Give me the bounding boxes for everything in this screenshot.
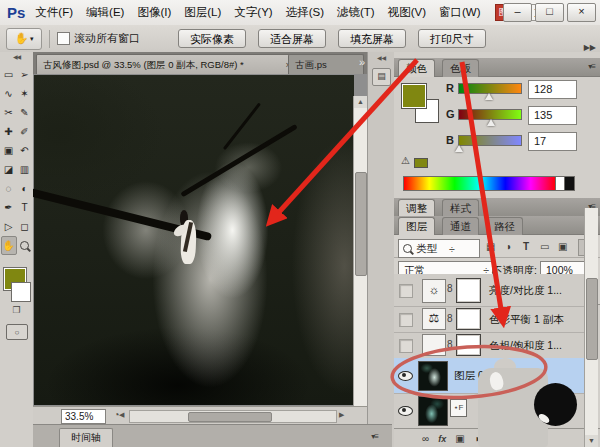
layer-mask-thumbnail[interactable] bbox=[456, 308, 481, 330]
quick-mask-button[interactable]: ○ bbox=[6, 324, 28, 340]
tab-overflow-icon[interactable]: » bbox=[359, 56, 365, 68]
gamut-warning-swatch[interactable] bbox=[414, 158, 428, 168]
red-channel-value[interactable]: 128 bbox=[528, 80, 577, 99]
hand-tool[interactable]: ✋ bbox=[1, 236, 17, 255]
background-color-swatch[interactable] bbox=[11, 282, 31, 302]
document-tab-active[interactable]: × 古风修图.psd @ 33.5% (图层 0 副本, RGB/8#) * bbox=[36, 54, 298, 75]
tab-paths[interactable]: 路径 bbox=[486, 217, 523, 235]
tab-layers[interactable]: 图层 bbox=[398, 217, 435, 235]
visibility-toggle[interactable] bbox=[399, 313, 413, 327]
spectrum-black-swatch[interactable] bbox=[564, 176, 575, 191]
slice-tool[interactable]: ✂ bbox=[1, 103, 17, 122]
tab-swatches[interactable]: 色板 bbox=[442, 59, 479, 77]
link-layers-icon[interactable]: ∞ bbox=[422, 433, 429, 444]
history-panel-icon[interactable]: ▤ bbox=[372, 68, 391, 86]
vertical-scroll-thumb[interactable] bbox=[355, 172, 367, 276]
layer-style-icon[interactable]: fx bbox=[438, 434, 446, 444]
scroll-right-icon[interactable]: ▶ bbox=[339, 411, 344, 419]
layer-name[interactable]: 色相/饱和度 1... bbox=[489, 339, 562, 353]
collapse-dock-icon[interactable]: ◀◀ bbox=[368, 54, 395, 61]
gradient-tool[interactable]: ▥ bbox=[17, 160, 33, 179]
color-spectrum-ramp[interactable] bbox=[403, 176, 557, 191]
visibility-eye-icon[interactable] bbox=[398, 406, 413, 416]
move-tool[interactable]: ➢ bbox=[17, 65, 33, 84]
rectangular-marquee-tool[interactable]: ▭ bbox=[1, 65, 17, 84]
close-button[interactable]: × bbox=[567, 3, 596, 22]
minimize-button[interactable]: – bbox=[503, 3, 532, 22]
brush-tool[interactable]: ✐ bbox=[17, 122, 33, 141]
layer-row-hue-saturation[interactable]: 8 色相/饱和度 1... bbox=[394, 332, 584, 359]
layer-mask-thumbnail[interactable] bbox=[456, 278, 481, 303]
menu-edit[interactable]: 编辑(E) bbox=[86, 5, 124, 20]
pen-tool[interactable]: ✒ bbox=[1, 198, 17, 217]
document-tab-inactive[interactable]: 古画.ps bbox=[288, 54, 364, 75]
blue-channel-value[interactable]: 17 bbox=[528, 132, 577, 151]
scroll-up-icon[interactable]: ▲ bbox=[354, 96, 367, 108]
color-panel-foreground-swatch[interactable] bbox=[402, 84, 426, 108]
clone-stamp-tool[interactable]: ▣ bbox=[1, 141, 17, 160]
tab-adjustments[interactable]: 调整 bbox=[398, 199, 435, 217]
type-tool[interactable]: T bbox=[17, 198, 33, 217]
panel-menu-icon[interactable]: ▾≡ bbox=[371, 432, 378, 441]
layer-filter-kind-select[interactable]: 类型 ÷ bbox=[398, 239, 480, 258]
blur-tool[interactable]: ◌ bbox=[1, 179, 17, 198]
eraser-tool[interactable]: ◪ bbox=[1, 160, 17, 179]
history-brush-tool[interactable]: ↶ bbox=[17, 141, 33, 160]
tab-styles[interactable]: 样式 bbox=[442, 199, 479, 217]
canvas-area[interactable]: ▲ ▼ bbox=[33, 74, 367, 406]
menu-type[interactable]: 文字(Y) bbox=[234, 5, 272, 20]
filter-type-layers-icon[interactable]: T bbox=[523, 241, 529, 252]
magic-wand-tool[interactable]: ✶ bbox=[17, 84, 33, 103]
path-selection-tool[interactable]: ▷ bbox=[1, 217, 17, 236]
layers-scrollbar[interactable]: ▼ bbox=[584, 208, 598, 447]
fit-screen-button[interactable]: 适合屏幕 bbox=[258, 29, 326, 48]
shape-tool[interactable]: ◻ bbox=[17, 217, 33, 236]
menu-select[interactable]: 选择(S) bbox=[286, 5, 324, 20]
visibility-toggle[interactable] bbox=[399, 339, 413, 353]
layer-name[interactable]: 色彩平衡 1 副本 bbox=[489, 313, 564, 327]
vector-mask-thumbnail[interactable]: ⋆F bbox=[450, 399, 467, 417]
filter-shape-layers-icon[interactable]: ▭ bbox=[540, 241, 549, 252]
tab-color[interactable]: 颜色 bbox=[398, 59, 435, 77]
blue-channel-slider[interactable] bbox=[458, 135, 522, 146]
scroll-all-windows-checkbox[interactable] bbox=[57, 32, 70, 45]
layer-thumbnail[interactable] bbox=[418, 396, 448, 426]
layer-row-brightness-contrast[interactable]: ☼ 8 亮度/对比度 1... bbox=[394, 274, 584, 307]
scroll-down-icon[interactable]: ▼ bbox=[585, 435, 598, 447]
scroll-left-icon[interactable]: ◀ bbox=[119, 411, 124, 419]
blue-slider-marker[interactable] bbox=[455, 145, 463, 152]
expand-dock-icon[interactable]: ▶▶ bbox=[584, 43, 596, 52]
green-slider-marker[interactable] bbox=[487, 119, 495, 126]
print-size-button[interactable]: 打印尺寸 bbox=[418, 29, 486, 48]
lasso-tool[interactable]: ∿ bbox=[1, 84, 17, 103]
panel-menu-icon[interactable]: ▾≡ bbox=[588, 62, 595, 71]
menu-image[interactable]: 图像(I) bbox=[137, 5, 171, 20]
add-layer-mask-icon[interactable]: ▣ bbox=[455, 433, 464, 444]
eyedropper-tool[interactable]: ✎ bbox=[17, 103, 33, 122]
canvas-image[interactable] bbox=[34, 75, 354, 405]
horizontal-scroll-thumb[interactable] bbox=[188, 412, 272, 422]
menu-layer[interactable]: 图层(L) bbox=[184, 5, 221, 20]
vertical-scrollbar[interactable]: ▲ ▼ bbox=[353, 96, 367, 406]
actual-pixels-button[interactable]: 实际像素 bbox=[178, 29, 246, 48]
layers-scroll-thumb[interactable] bbox=[586, 278, 598, 360]
horizontal-scrollbar[interactable] bbox=[129, 410, 337, 423]
layer-mask-thumbnail[interactable] bbox=[456, 334, 481, 356]
layer-name[interactable]: 亮度/对比度 1... bbox=[489, 284, 562, 298]
tab-channels[interactable]: 通道 bbox=[442, 217, 479, 235]
layer-row-color-balance[interactable]: ⚖ 8 色彩平衡 1 副本 bbox=[394, 306, 584, 333]
tab-timeline[interactable]: 时间轴 bbox=[59, 428, 113, 447]
collapse-tools-icon[interactable]: ◀◀ bbox=[0, 53, 33, 60]
fill-screen-button[interactable]: 填充屏幕 bbox=[338, 29, 406, 48]
dodge-tool[interactable]: ◐ bbox=[17, 179, 33, 198]
layer-thumbnail[interactable] bbox=[418, 361, 448, 391]
filter-pixel-layers-icon[interactable]: ▦ bbox=[486, 241, 495, 252]
menu-file[interactable]: 文件(F) bbox=[35, 5, 73, 20]
zoom-level-field[interactable]: 33.5% bbox=[61, 409, 106, 424]
green-channel-value[interactable]: 135 bbox=[528, 106, 577, 125]
hand-tool-preset[interactable]: ✋ ▾ bbox=[6, 28, 42, 50]
zoom-tool[interactable] bbox=[17, 236, 33, 255]
visibility-toggle[interactable] bbox=[399, 284, 413, 298]
filter-smart-objects-icon[interactable]: ▣ bbox=[558, 241, 567, 252]
visibility-eye-icon[interactable] bbox=[398, 371, 413, 381]
